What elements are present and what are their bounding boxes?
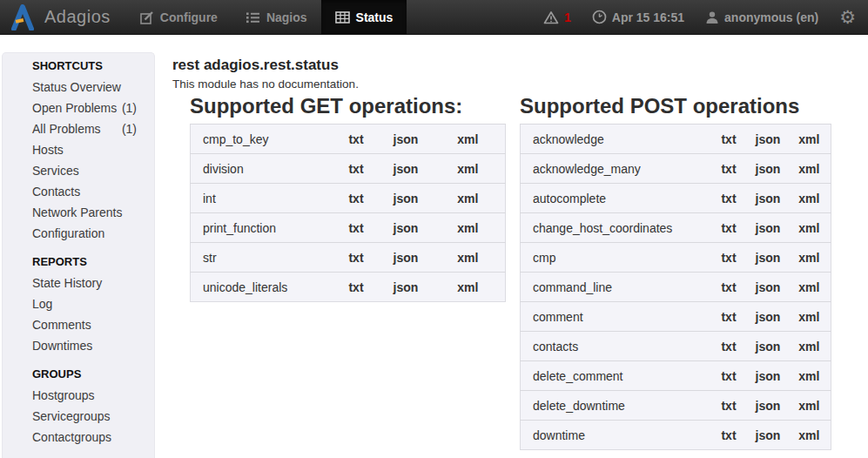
xml-link[interactable]: xml (788, 213, 831, 243)
sidebar-item[interactable]: Status Overview (3, 77, 154, 98)
get-operations-section: Supported GET operations: cmp_to_key txt… (190, 93, 506, 302)
txt-link[interactable]: txt (710, 184, 749, 213)
xml-link[interactable]: xml (788, 391, 831, 421)
json-link[interactable]: json (749, 361, 788, 391)
sidebar-section-title: SHORTCUTS (3, 56, 154, 77)
json-link[interactable]: json (749, 332, 788, 361)
operation-name: division (191, 154, 332, 184)
txt-link[interactable]: txt (332, 184, 381, 213)
sidebar-item-count: (1) (122, 98, 137, 118)
user-icon (705, 10, 719, 24)
sidebar-item[interactable]: Services (3, 160, 154, 181)
operation-name: cmp (521, 243, 710, 273)
sidebar-section-title: GROUPS (3, 364, 154, 385)
sidebar-item[interactable]: Log (3, 293, 154, 314)
sidebar-item[interactable]: Servicegroups (3, 406, 154, 427)
json-link[interactable]: json (749, 125, 788, 154)
sidebar-item-label: Log (32, 293, 52, 314)
txt-link[interactable]: txt (332, 273, 381, 302)
json-link[interactable]: json (381, 125, 431, 154)
txt-link[interactable]: txt (710, 273, 749, 302)
xml-link[interactable]: xml (788, 125, 831, 154)
gear-icon[interactable]: ⚙ (839, 8, 856, 26)
brand-home-link[interactable]: Adagios (0, 0, 126, 34)
json-link[interactable]: json (381, 243, 431, 273)
xml-link[interactable]: xml (431, 154, 506, 184)
txt-link[interactable]: txt (332, 243, 381, 273)
json-link[interactable]: json (749, 273, 788, 302)
sidebar-item[interactable]: Downtimes (3, 335, 154, 356)
xml-link[interactable]: xml (788, 332, 831, 361)
user-menu[interactable]: anonymous (en) (705, 10, 818, 24)
sidebar-item[interactable]: Contacts (3, 181, 154, 202)
json-link[interactable]: json (749, 421, 788, 450)
json-link[interactable]: json (749, 243, 788, 273)
sidebar-item[interactable]: Contactgroups (3, 427, 154, 448)
operation-row: delete_comment txt json xml (521, 361, 831, 391)
operation-row: change_host_coordinates txt json xml (521, 213, 831, 243)
sidebar-item[interactable]: Comments (3, 314, 154, 335)
sidebar-item[interactable]: Configuration (3, 223, 154, 244)
operation-row: autocomplete txt json xml (521, 184, 831, 213)
operation-row: delete_downtime txt json xml (521, 391, 831, 421)
txt-link[interactable]: txt (710, 421, 749, 450)
operation-name: contacts (521, 332, 710, 361)
operation-name: autocomplete (521, 184, 710, 213)
txt-link[interactable]: txt (710, 361, 749, 391)
json-link[interactable]: json (749, 391, 788, 421)
clock-icon (592, 10, 607, 24)
username-label: anonymous (en) (724, 10, 818, 24)
txt-link[interactable]: txt (710, 154, 749, 184)
sidebar-item[interactable]: All Problems (1) (3, 118, 154, 139)
txt-link[interactable]: txt (710, 213, 749, 243)
txt-link[interactable]: txt (710, 302, 749, 332)
sidebar-item[interactable]: Hostgroups (3, 385, 154, 406)
table-icon (335, 10, 350, 24)
json-link[interactable]: json (381, 213, 431, 243)
module-doc-text: This module has no documentation. (172, 77, 359, 91)
txt-link[interactable]: txt (332, 154, 381, 184)
txt-link[interactable]: txt (332, 213, 381, 243)
json-link[interactable]: json (749, 184, 788, 213)
sidebar-item-label: Open Problems (32, 98, 117, 118)
clock-menu[interactable]: Apr 15 16:51 (592, 10, 684, 24)
txt-link[interactable]: txt (710, 243, 749, 273)
sidebar-section-shortcuts: SHORTCUTS Status Overview Open Problems … (3, 56, 154, 244)
xml-link[interactable]: xml (788, 154, 831, 184)
txt-link[interactable]: txt (710, 125, 749, 154)
json-link[interactable]: json (381, 154, 431, 184)
xml-link[interactable]: xml (788, 302, 831, 332)
xml-link[interactable]: xml (431, 213, 506, 243)
xml-link[interactable]: xml (788, 421, 831, 450)
json-link[interactable]: json (749, 213, 788, 243)
xml-link[interactable]: xml (431, 184, 506, 213)
operation-name: downtime (521, 421, 710, 450)
json-link[interactable]: json (381, 273, 431, 302)
operation-name: change_host_coordinates (521, 213, 710, 243)
sidebar-item[interactable]: Hosts (3, 139, 154, 160)
xml-link[interactable]: xml (788, 273, 831, 302)
sidebar-item[interactable]: State History (3, 273, 154, 293)
json-link[interactable]: json (749, 154, 788, 184)
xml-link[interactable]: xml (431, 243, 506, 273)
json-link[interactable]: json (381, 184, 431, 213)
xml-link[interactable]: xml (431, 125, 506, 154)
sidebar-item[interactable]: Network Parents (3, 202, 154, 223)
xml-link[interactable]: xml (431, 273, 506, 302)
xml-link[interactable]: xml (788, 243, 831, 273)
sidebar-section-reports: REPORTS State History Log Comments (3, 252, 154, 356)
alerts-indicator[interactable]: 1 (543, 10, 571, 24)
json-link[interactable]: json (749, 302, 788, 332)
txt-link[interactable]: txt (332, 125, 381, 154)
nav-item-nagios[interactable]: Nagios (232, 0, 321, 34)
xml-link[interactable]: xml (788, 184, 831, 213)
operation-row: int txt json xml (191, 184, 506, 213)
txt-link[interactable]: txt (710, 332, 749, 361)
nav-item-status[interactable]: Status (321, 0, 407, 34)
xml-link[interactable]: xml (788, 361, 831, 391)
sidebar-item-label: Hosts (32, 139, 64, 160)
sidebar-item[interactable]: Open Problems (1) (3, 98, 154, 118)
txt-link[interactable]: txt (710, 391, 749, 421)
nav-item-configure[interactable]: Configure (126, 0, 232, 34)
operation-name: cmp_to_key (191, 125, 332, 154)
